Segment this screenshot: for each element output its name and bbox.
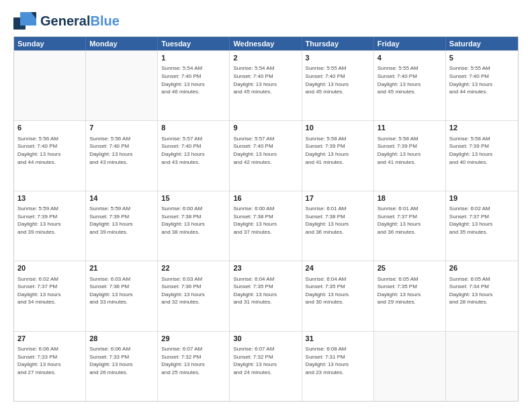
day-number: 5	[449, 53, 515, 63]
day-number: 17	[306, 193, 370, 203]
day-number: 15	[161, 193, 226, 203]
calendar-day-31: 31Sunrise: 6:08 AM Sunset: 7:31 PM Dayli…	[302, 332, 374, 401]
day-info: Sunrise: 5:54 AM Sunset: 7:40 PM Dayligh…	[233, 64, 298, 95]
day-number: 21	[89, 263, 154, 273]
calendar-day-4: 4Sunrise: 5:55 AM Sunset: 7:40 PM Daylig…	[374, 51, 446, 120]
day-header-saturday: Saturday	[446, 37, 518, 50]
calendar-body: 1Sunrise: 5:54 AM Sunset: 7:40 PM Daylig…	[14, 50, 518, 401]
day-number: 19	[449, 193, 515, 203]
day-number: 20	[17, 263, 82, 273]
page-header: GeneralBlue	[13, 12, 519, 30]
day-number: 25	[378, 263, 442, 273]
day-info: Sunrise: 6:06 AM Sunset: 7:33 PM Dayligh…	[17, 345, 82, 376]
calendar-week-5: 27Sunrise: 6:06 AM Sunset: 7:33 PM Dayli…	[14, 331, 518, 401]
calendar-day-19: 19Sunrise: 6:02 AM Sunset: 7:37 PM Dayli…	[446, 191, 518, 261]
day-number: 26	[449, 263, 515, 273]
calendar-day-29: 29Sunrise: 6:07 AM Sunset: 7:32 PM Dayli…	[158, 332, 230, 401]
day-info: Sunrise: 6:08 AM Sunset: 7:31 PM Dayligh…	[306, 345, 370, 376]
calendar-day-empty	[86, 51, 158, 120]
calendar-day-8: 8Sunrise: 5:57 AM Sunset: 7:40 PM Daylig…	[158, 121, 230, 190]
day-number: 10	[306, 123, 370, 133]
calendar-day-5: 5Sunrise: 5:55 AM Sunset: 7:40 PM Daylig…	[446, 51, 518, 120]
calendar-day-28: 28Sunrise: 6:06 AM Sunset: 7:33 PM Dayli…	[86, 332, 158, 401]
calendar-week-3: 13Sunrise: 5:59 AM Sunset: 7:39 PM Dayli…	[14, 191, 518, 261]
day-info: Sunrise: 5:57 AM Sunset: 7:40 PM Dayligh…	[161, 135, 226, 166]
day-header-sunday: Sunday	[14, 37, 86, 50]
calendar-day-16: 16Sunrise: 6:00 AM Sunset: 7:38 PM Dayli…	[230, 191, 302, 261]
day-info: Sunrise: 6:01 AM Sunset: 7:37 PM Dayligh…	[378, 205, 442, 236]
day-info: Sunrise: 6:01 AM Sunset: 7:38 PM Dayligh…	[306, 205, 370, 236]
calendar-day-18: 18Sunrise: 6:01 AM Sunset: 7:37 PM Dayli…	[374, 191, 446, 261]
day-info: Sunrise: 5:59 AM Sunset: 7:39 PM Dayligh…	[89, 205, 154, 236]
calendar-day-27: 27Sunrise: 6:06 AM Sunset: 7:33 PM Dayli…	[14, 332, 86, 401]
calendar-day-empty	[446, 332, 518, 401]
day-number: 11	[378, 123, 442, 133]
calendar-week-1: 1Sunrise: 5:54 AM Sunset: 7:40 PM Daylig…	[14, 50, 518, 120]
day-number: 31	[306, 334, 370, 344]
calendar-header-row: SundayMondayTuesdayWednesdayThursdayFrid…	[14, 37, 518, 50]
calendar-day-12: 12Sunrise: 5:58 AM Sunset: 7:39 PM Dayli…	[446, 121, 518, 190]
calendar-day-30: 30Sunrise: 6:07 AM Sunset: 7:32 PM Dayli…	[230, 332, 302, 401]
day-number: 29	[161, 334, 226, 344]
calendar-week-2: 6Sunrise: 5:56 AM Sunset: 7:40 PM Daylig…	[14, 120, 518, 190]
calendar-day-11: 11Sunrise: 5:58 AM Sunset: 7:39 PM Dayli…	[374, 121, 446, 190]
calendar-day-15: 15Sunrise: 6:00 AM Sunset: 7:38 PM Dayli…	[158, 191, 230, 261]
day-number: 24	[306, 263, 370, 273]
day-number: 4	[378, 53, 442, 63]
day-number: 3	[306, 53, 370, 63]
day-info: Sunrise: 6:04 AM Sunset: 7:35 PM Dayligh…	[233, 275, 298, 306]
calendar-day-24: 24Sunrise: 6:04 AM Sunset: 7:35 PM Dayli…	[302, 261, 374, 330]
calendar-day-empty	[374, 332, 446, 401]
calendar-day-14: 14Sunrise: 5:59 AM Sunset: 7:39 PM Dayli…	[86, 191, 158, 261]
day-number: 7	[89, 123, 154, 133]
calendar-day-3: 3Sunrise: 5:55 AM Sunset: 7:40 PM Daylig…	[302, 51, 374, 120]
day-info: Sunrise: 6:05 AM Sunset: 7:34 PM Dayligh…	[449, 275, 515, 306]
calendar-day-2: 2Sunrise: 5:54 AM Sunset: 7:40 PM Daylig…	[230, 51, 302, 120]
calendar-day-1: 1Sunrise: 5:54 AM Sunset: 7:40 PM Daylig…	[158, 51, 230, 120]
day-info: Sunrise: 5:56 AM Sunset: 7:40 PM Dayligh…	[17, 135, 82, 166]
calendar-day-9: 9Sunrise: 5:57 AM Sunset: 7:40 PM Daylig…	[230, 121, 302, 190]
day-info: Sunrise: 5:58 AM Sunset: 7:39 PM Dayligh…	[306, 135, 370, 166]
calendar-day-7: 7Sunrise: 5:56 AM Sunset: 7:40 PM Daylig…	[86, 121, 158, 190]
day-number: 2	[233, 53, 298, 63]
day-number: 8	[161, 123, 226, 133]
day-info: Sunrise: 6:02 AM Sunset: 7:37 PM Dayligh…	[17, 275, 82, 306]
day-number: 14	[89, 193, 154, 203]
day-info: Sunrise: 6:07 AM Sunset: 7:32 PM Dayligh…	[233, 345, 298, 376]
day-info: Sunrise: 6:06 AM Sunset: 7:33 PM Dayligh…	[89, 345, 154, 376]
day-header-tuesday: Tuesday	[158, 37, 230, 50]
day-info: Sunrise: 5:56 AM Sunset: 7:40 PM Dayligh…	[89, 135, 154, 166]
day-info: Sunrise: 6:03 AM Sunset: 7:36 PM Dayligh…	[161, 275, 226, 306]
calendar-day-empty	[14, 51, 86, 120]
day-info: Sunrise: 5:58 AM Sunset: 7:39 PM Dayligh…	[449, 135, 515, 166]
day-number: 28	[89, 334, 154, 344]
calendar-day-23: 23Sunrise: 6:04 AM Sunset: 7:35 PM Dayli…	[230, 261, 302, 330]
day-info: Sunrise: 6:07 AM Sunset: 7:32 PM Dayligh…	[161, 345, 226, 376]
day-info: Sunrise: 6:03 AM Sunset: 7:36 PM Dayligh…	[89, 275, 154, 306]
calendar-day-25: 25Sunrise: 6:05 AM Sunset: 7:35 PM Dayli…	[374, 261, 446, 330]
calendar-week-4: 20Sunrise: 6:02 AM Sunset: 7:37 PM Dayli…	[14, 261, 518, 330]
day-number: 6	[17, 123, 82, 133]
calendar-day-10: 10Sunrise: 5:58 AM Sunset: 7:39 PM Dayli…	[302, 121, 374, 190]
day-info: Sunrise: 6:04 AM Sunset: 7:35 PM Dayligh…	[306, 275, 370, 306]
day-header-thursday: Thursday	[302, 37, 374, 50]
calendar-day-26: 26Sunrise: 6:05 AM Sunset: 7:34 PM Dayli…	[446, 261, 518, 330]
day-info: Sunrise: 5:59 AM Sunset: 7:39 PM Dayligh…	[17, 205, 82, 236]
day-number: 30	[233, 334, 298, 344]
day-number: 27	[17, 334, 82, 344]
calendar: SundayMondayTuesdayWednesdayThursdayFrid…	[13, 36, 519, 402]
logo: GeneralBlue	[13, 12, 120, 30]
day-info: Sunrise: 5:55 AM Sunset: 7:40 PM Dayligh…	[306, 64, 370, 95]
day-header-wednesday: Wednesday	[230, 37, 302, 50]
day-number: 16	[233, 193, 298, 203]
day-number: 22	[161, 263, 226, 273]
day-header-friday: Friday	[374, 37, 446, 50]
calendar-day-22: 22Sunrise: 6:03 AM Sunset: 7:36 PM Dayli…	[158, 261, 230, 330]
day-number: 1	[161, 53, 226, 63]
day-number: 18	[378, 193, 442, 203]
day-number: 12	[449, 123, 515, 133]
day-info: Sunrise: 5:57 AM Sunset: 7:40 PM Dayligh…	[233, 135, 298, 166]
day-info: Sunrise: 5:55 AM Sunset: 7:40 PM Dayligh…	[378, 64, 442, 95]
day-number: 9	[233, 123, 298, 133]
day-info: Sunrise: 6:00 AM Sunset: 7:38 PM Dayligh…	[161, 205, 226, 236]
